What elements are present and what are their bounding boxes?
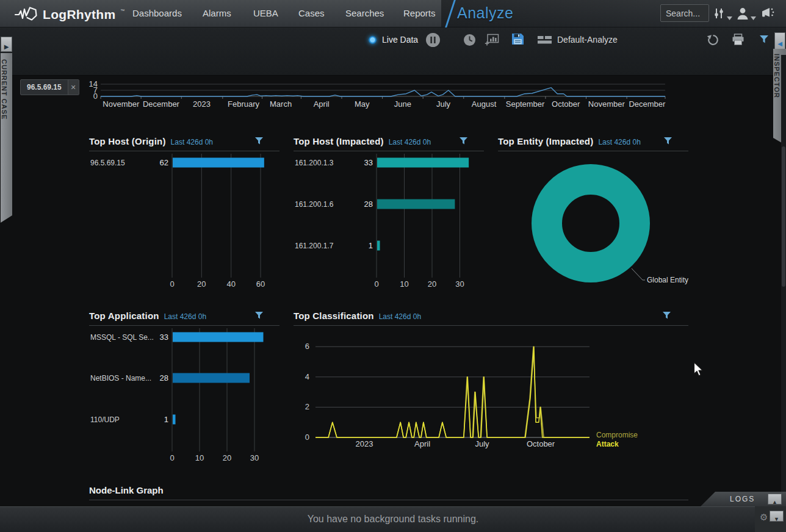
nav-tab-analyze-active[interactable]: Analyze (457, 4, 513, 22)
global-filter-funnel-icon[interactable] (759, 35, 769, 46)
user-account-icon[interactable] (736, 7, 749, 23)
brand-trademark: ™ (120, 9, 124, 13)
svg-text:October: October (527, 439, 555, 448)
panel-time-range: Last 426d 0h (379, 312, 421, 321)
nav-tab-dashboards[interactable]: Dashboards (132, 8, 182, 18)
legend-attack: Attack (596, 440, 619, 448)
svg-text:33: 33 (160, 332, 168, 342)
filter-funnel-icon[interactable] (662, 311, 671, 322)
search-input[interactable] (660, 4, 709, 22)
user-caret-icon[interactable] (751, 12, 756, 23)
layout-select-value[interactable]: Default-Analyze (557, 35, 618, 45)
svg-text:December: December (143, 99, 180, 109)
background-tasks-message: You have no background tasks running. (0, 514, 786, 525)
svg-text:30: 30 (250, 453, 259, 462)
svg-text:0: 0 (305, 433, 309, 442)
svg-text:October: October (552, 99, 580, 109)
nav-tab-alarms[interactable]: Alarms (203, 8, 231, 18)
live-data-radio-icon[interactable] (369, 35, 377, 46)
svg-text:2023: 2023 (355, 439, 373, 448)
nav-tab-cases[interactable]: Cases (298, 8, 325, 18)
bottom-right-panel: ⚙ ▼ (755, 506, 786, 532)
svg-text:0: 0 (374, 279, 378, 289)
layout-grid-icon[interactable] (538, 35, 552, 47)
brand-name: LogRhythm (43, 7, 115, 22)
preferences-sliders-icon[interactable] (713, 7, 725, 22)
panel-time-range: Last 426d 0h (171, 138, 213, 146)
panel-title: Top Host (Impacted) (294, 136, 384, 146)
panel-time-range: Last 426d 0h (598, 138, 640, 146)
mouse-cursor (693, 362, 707, 378)
panel-title: Top Application (89, 311, 159, 321)
svg-text:10: 10 (195, 453, 204, 462)
svg-text:110/UDP: 110/UDP (90, 415, 120, 424)
filter-chip-value: 96.5.69.15 (21, 80, 68, 95)
top-classification-chart: 02462023AprilJulyOctober (294, 326, 688, 467)
svg-text:2: 2 (305, 402, 309, 411)
background-tasks-bar: You have no background tasks running. (0, 506, 786, 532)
svg-text:July: July (436, 99, 451, 109)
svg-text:60: 60 (256, 279, 265, 289)
reset-undo-icon[interactable] (707, 34, 719, 49)
svg-text:20: 20 (197, 279, 206, 289)
svg-text:20: 20 (223, 453, 231, 462)
current-case-tab[interactable]: CURRENT CASE (1, 53, 12, 223)
svg-text:November: November (588, 99, 626, 109)
svg-text:1: 1 (164, 415, 168, 424)
svg-text:July: July (475, 439, 489, 448)
nav-tab-ueba[interactable]: UEBA (253, 8, 278, 18)
current-case-expand-button[interactable]: ▶ (1, 37, 12, 52)
filter-funnel-icon[interactable] (254, 311, 264, 322)
svg-text:September: September (506, 99, 545, 109)
svg-text:June: June (394, 99, 411, 109)
svg-text:0: 0 (170, 453, 174, 462)
filter-chip-remove-icon[interactable]: ✕ (68, 80, 79, 95)
arrow-down-icon: ▼ (774, 516, 779, 522)
print-icon[interactable] (732, 34, 745, 48)
svg-text:14: 14 (89, 79, 98, 88)
svg-text:20: 20 (428, 279, 436, 289)
svg-text:April: April (314, 99, 330, 109)
time-range-clock-icon[interactable] (463, 34, 476, 49)
panel-title: Top Entity (Impacted) (498, 136, 593, 146)
panel-title: Top Classification (294, 311, 374, 321)
panel-time-range: Last 426d 0h (164, 312, 206, 321)
nav-tab-searches[interactable]: Searches (345, 8, 384, 18)
chevron-right-icon: ▶ (4, 43, 9, 50)
inspector-collapse-button[interactable]: ◀ (774, 32, 785, 49)
save-layout-floppy-icon[interactable] (511, 33, 524, 48)
settings-gear-icon[interactable]: ⚙ (760, 512, 768, 523)
svg-text:2023: 2023 (193, 99, 211, 109)
filter-funnel-icon[interactable] (254, 137, 264, 148)
nav-tab-reports[interactable]: Reports (403, 8, 436, 18)
svg-text:40: 40 (226, 279, 235, 289)
svg-text:10: 10 (400, 279, 408, 289)
panel-top-entity-impacted: Top Entity (Impacted)Last 426d 0h Global… (498, 134, 688, 295)
top-host-impacted-chart: 0102030161.200.1.333161.200.1.628161.200… (294, 151, 484, 293)
svg-text:0: 0 (170, 279, 174, 289)
brand-logo[interactable]: LogRhythm ™ (15, 5, 124, 24)
svg-text:161.200.1.6: 161.200.1.6 (295, 200, 334, 209)
svg-text:November: November (103, 99, 140, 109)
panel-node-link-graph: Node-Link Graph (89, 483, 688, 503)
pause-button[interactable] (425, 32, 441, 50)
preferences-caret-icon[interactable] (727, 12, 732, 23)
inspector-tab-label: INSPECTOR (773, 54, 781, 98)
svg-text:6: 6 (305, 342, 309, 351)
logs-scroll-down-button[interactable]: ▼ (770, 511, 784, 522)
section-title: Node-Link Graph (89, 485, 164, 495)
svg-text:96.5.69.15: 96.5.69.15 (90, 159, 125, 167)
analyze-dashboard: LogRhythm ™ Dashboards Alarms UEBA Cases… (0, 0, 786, 532)
vertical-scrollbar-thumb[interactable] (782, 146, 785, 287)
svg-text:62: 62 (160, 158, 168, 167)
filter-funnel-icon[interactable] (663, 137, 672, 148)
logs-scroll-up-button[interactable]: ▲ (768, 494, 782, 505)
add-widget-chart-icon[interactable] (485, 34, 499, 48)
filter-funnel-icon[interactable] (459, 137, 468, 148)
announcements-megaphone-icon[interactable] (760, 7, 776, 21)
logs-tab-label: LOGS (730, 495, 755, 503)
svg-text:February: February (228, 99, 260, 109)
panel-top-classification: Top ClassificationLast 426d 0h 02462023A… (294, 309, 688, 471)
svg-text:161.200.1.7: 161.200.1.7 (295, 242, 334, 250)
svg-text:December: December (629, 99, 666, 109)
